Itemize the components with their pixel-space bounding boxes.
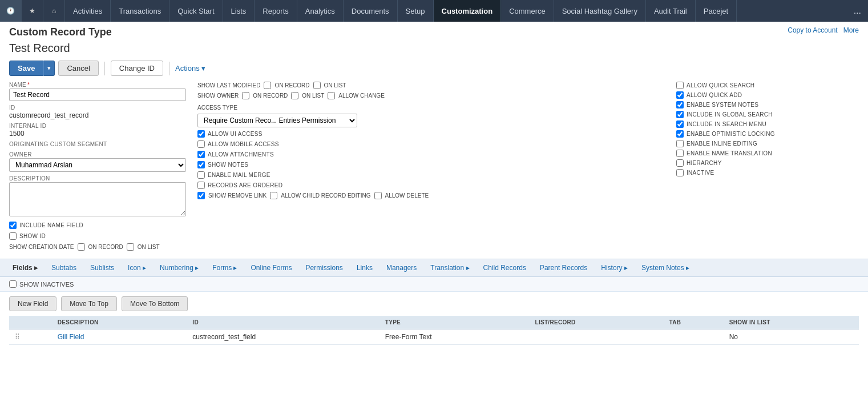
on-list-label-so: ON LIST xyxy=(302,93,324,99)
tab-managers[interactable]: Managers xyxy=(380,259,423,276)
include-global-search-checkbox[interactable] xyxy=(676,111,684,118)
include-name-field-checkbox[interactable] xyxy=(9,222,17,229)
subtabs-area: SHOW INACTIVES xyxy=(0,277,868,292)
enable-inline-editing-checkbox[interactable] xyxy=(676,140,684,147)
nav-item-activities[interactable]: Activities xyxy=(65,0,111,22)
field-description[interactable]: Gill Field xyxy=(52,329,187,345)
inactive-row: INACTIVE xyxy=(676,169,859,176)
new-field-button[interactable]: New Field xyxy=(9,296,56,311)
include-search-menu-checkbox[interactable] xyxy=(676,120,684,128)
save-dropdown-button[interactable]: ▾ xyxy=(43,61,55,76)
nav-item-pacejet[interactable]: Pacejet xyxy=(696,0,737,22)
field-description-link[interactable]: Gill Field xyxy=(58,333,84,341)
show-owner-on-record-checkbox[interactable] xyxy=(242,92,249,99)
tab-sublists[interactable]: Sublists xyxy=(83,259,121,276)
move-to-bottom-button[interactable]: Move To Bottom xyxy=(122,296,188,311)
nav-item-commerce[interactable]: Commerce xyxy=(501,0,554,22)
fields-table-container: DESCRIPTIONIDTYPELIST/RECORDTABSHOW IN L… xyxy=(0,316,868,345)
allow-child-record-editing-checkbox[interactable] xyxy=(270,192,277,199)
tab-history[interactable]: History ▸ xyxy=(594,259,635,276)
allow-attachments-checkbox[interactable] xyxy=(197,151,205,158)
nav-more-button[interactable]: ... xyxy=(847,0,868,22)
tab-subtabs[interactable]: Subtabs xyxy=(45,259,83,276)
drag-handle[interactable]: ⠿ xyxy=(9,329,52,345)
field-tab xyxy=(664,329,724,345)
allow-quick-search-label: ALLOW QUICK SEARCH xyxy=(687,82,754,89)
nav-item-transactions[interactable]: Transactions xyxy=(111,0,169,22)
description-textarea[interactable] xyxy=(9,182,186,216)
cancel-button[interactable]: Cancel xyxy=(58,61,98,76)
allow-mobile-access-checkbox[interactable] xyxy=(197,140,205,148)
show-last-modified-on-list-checkbox[interactable] xyxy=(313,82,321,89)
show-owner-on-list-checkbox[interactable] xyxy=(291,92,298,99)
form-right-col: ALLOW QUICK SEARCH ALLOW QUICK ADD ENABL… xyxy=(676,82,859,251)
show-id-checkbox[interactable] xyxy=(9,232,17,240)
allow-change-checkbox[interactable] xyxy=(328,92,335,99)
enable-optimistic-locking-label: ENABLE OPTIMISTIC LOCKING xyxy=(687,131,775,137)
copy-to-account-link[interactable]: Copy to Account xyxy=(788,26,837,34)
tab-parent-records[interactable]: Parent Records xyxy=(533,259,594,276)
include-search-menu-label: INCLUDE IN SEARCH MENU xyxy=(687,121,766,127)
record-title: Test Record xyxy=(0,41,868,57)
home-icon[interactable]: ⌂ xyxy=(43,0,65,22)
show-creation-on-list-checkbox[interactable] xyxy=(127,243,134,251)
tab-online-forms[interactable]: Online Forms xyxy=(244,259,298,276)
show-last-modified-on-record-checkbox[interactable] xyxy=(264,82,271,89)
tab-forms[interactable]: Forms ▸ xyxy=(205,259,244,276)
nav-item-audit-trail[interactable]: Audit Trail xyxy=(646,0,696,22)
tab-icon[interactable]: Icon ▸ xyxy=(121,259,153,276)
enable-system-notes-checkbox[interactable] xyxy=(676,101,684,108)
records-ordered-checkbox[interactable] xyxy=(197,182,205,189)
tab-system-notes[interactable]: System Notes ▸ xyxy=(635,259,696,276)
nav-item-quick-start[interactable]: Quick Start xyxy=(169,0,223,22)
allow-quick-search-checkbox[interactable] xyxy=(676,82,684,89)
allow-mobile-access-row: ALLOW MOBILE ACCESS xyxy=(197,140,665,148)
tab-fields[interactable]: Fields ▸ xyxy=(6,259,45,276)
col-header-list-record: LIST/RECORD xyxy=(529,316,663,329)
allow-ui-access-checkbox[interactable] xyxy=(197,130,205,138)
enable-mail-merge-checkbox[interactable] xyxy=(197,171,205,179)
history-icon[interactable]: 🕐 xyxy=(0,0,22,22)
show-inactives-checkbox[interactable] xyxy=(9,280,17,288)
tab-links[interactable]: Links xyxy=(350,259,380,276)
col-header-show-in-list: SHOW IN LIST xyxy=(724,316,859,329)
hierarchy-checkbox[interactable] xyxy=(676,159,684,167)
show-owner-label: SHOW OWNER xyxy=(197,93,239,99)
nav-item-lists[interactable]: Lists xyxy=(223,0,255,22)
show-remove-link-checkbox[interactable] xyxy=(197,192,205,199)
toolbar-divider2 xyxy=(169,62,169,75)
nav-item-analytics[interactable]: Analytics xyxy=(297,0,344,22)
move-to-top-button[interactable]: Move To Top xyxy=(61,296,117,311)
show-notes-checkbox[interactable] xyxy=(197,161,205,168)
show-creation-on-record-checkbox[interactable] xyxy=(78,243,85,251)
show-creation-date-label: SHOW CREATION DATE xyxy=(9,244,74,250)
change-id-button[interactable]: Change ID xyxy=(111,61,163,76)
allow-ui-access-row: ALLOW UI ACCESS xyxy=(197,130,665,138)
owner-select[interactable]: Muhammad Arslan xyxy=(10,159,185,171)
tab-permissions[interactable]: Permissions xyxy=(299,259,350,276)
star-icon[interactable]: ★ xyxy=(22,0,43,22)
show-creation-on-record-label: ON RECORD xyxy=(88,244,123,250)
name-input[interactable] xyxy=(9,89,186,101)
nav-item-social-hashtag-gallery[interactable]: Social Hashtag Gallery xyxy=(554,0,646,22)
nav-item-documents[interactable]: Documents xyxy=(344,0,398,22)
nav-item-customization[interactable]: Customization xyxy=(434,0,502,22)
col-header-tab: TAB xyxy=(664,316,724,329)
enable-inline-editing-row: ENABLE INLINE EDITING xyxy=(676,140,859,147)
allow-delete-checkbox[interactable] xyxy=(374,192,382,199)
more-link[interactable]: More xyxy=(843,26,859,34)
allow-quick-add-checkbox[interactable] xyxy=(676,91,684,99)
tab-numbering[interactable]: Numbering ▸ xyxy=(153,259,205,276)
inactive-checkbox[interactable] xyxy=(676,169,684,176)
access-type-select[interactable]: Require Custom Reco... Entries Permissio… xyxy=(197,114,357,127)
enable-optimistic-locking-checkbox[interactable] xyxy=(676,130,684,138)
tab-translation[interactable]: Translation ▸ xyxy=(423,259,476,276)
enable-name-translation-checkbox[interactable] xyxy=(676,150,684,157)
save-button[interactable]: Save xyxy=(9,61,43,76)
nav-item-setup[interactable]: Setup xyxy=(398,0,434,22)
include-name-field-label: INCLUDE NAME FIELD xyxy=(19,222,83,228)
nav-item-reports[interactable]: Reports xyxy=(255,0,297,22)
show-last-modified-row: SHOW LAST MODIFIED ON RECORD ON LIST xyxy=(197,82,665,89)
tab-child-records[interactable]: Child Records xyxy=(477,259,533,276)
actions-dropdown[interactable]: Actions ▾ xyxy=(175,64,205,73)
